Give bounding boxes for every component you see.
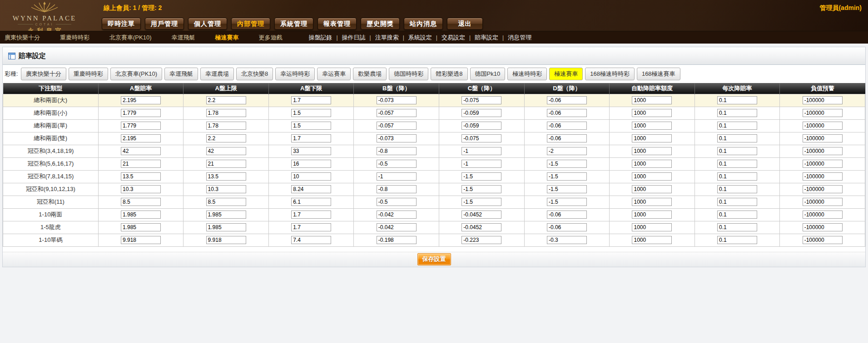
odds-input[interactable] xyxy=(547,198,587,206)
odds-input[interactable] xyxy=(547,109,587,117)
odds-input[interactable] xyxy=(461,185,501,193)
odds-input[interactable] xyxy=(461,198,501,206)
odds-input[interactable] xyxy=(547,223,587,231)
odds-input[interactable] xyxy=(291,198,331,206)
odds-input[interactable] xyxy=(121,211,161,219)
odds-input[interactable] xyxy=(461,160,501,168)
lottery-tab-11[interactable]: 體彩樂透8 xyxy=(431,68,467,80)
odds-input[interactable] xyxy=(717,185,757,193)
lottery-tab-1[interactable]: 廣東快樂十分 xyxy=(21,68,66,80)
odds-input[interactable] xyxy=(803,223,843,231)
odds-input[interactable] xyxy=(121,134,161,142)
odds-input[interactable] xyxy=(206,134,246,142)
odds-input[interactable] xyxy=(121,160,161,168)
odds-input[interactable] xyxy=(547,211,587,219)
odds-input[interactable] xyxy=(121,147,161,155)
odds-input[interactable] xyxy=(461,147,501,155)
odds-input[interactable] xyxy=(206,185,246,193)
nav-button-1[interactable]: 即時注單 xyxy=(102,18,141,30)
odds-input[interactable] xyxy=(377,185,417,193)
odds-input[interactable] xyxy=(291,236,331,244)
odds-input[interactable] xyxy=(632,134,672,142)
nav-button-3[interactable]: 個人管理 xyxy=(188,18,227,30)
lottery-tab-7[interactable]: 幸运時時彩 xyxy=(275,68,315,80)
odds-input[interactable] xyxy=(803,236,843,244)
odds-input[interactable] xyxy=(206,211,246,219)
odds-input[interactable] xyxy=(717,236,757,244)
lottery-tab-12[interactable]: 德国Pk10 xyxy=(470,68,506,80)
odds-input[interactable] xyxy=(377,236,417,244)
odds-input[interactable] xyxy=(461,134,501,142)
odds-input[interactable] xyxy=(717,96,757,104)
game-link-4[interactable]: 幸運飛艇 xyxy=(171,34,195,42)
game-link-3[interactable]: 北京賽車(PK10) xyxy=(109,34,151,42)
game-link-5[interactable]: 極速賽車 xyxy=(215,34,238,42)
odds-input[interactable] xyxy=(717,223,757,231)
admin-link-7[interactable]: 消息管理 xyxy=(508,34,531,42)
odds-input[interactable] xyxy=(291,134,331,142)
odds-input[interactable] xyxy=(461,211,501,219)
lottery-tab-3[interactable]: 北京賽車(PK10) xyxy=(110,68,162,80)
odds-input[interactable] xyxy=(717,122,757,130)
odds-input[interactable] xyxy=(547,96,587,104)
lottery-tab-4[interactable]: 幸運飛艇 xyxy=(164,68,198,80)
nav-button-2[interactable]: 用戶管理 xyxy=(145,18,184,30)
odds-input[interactable] xyxy=(291,223,331,231)
admin-link-3[interactable]: 注單搜索 xyxy=(375,34,399,42)
lottery-tab-9[interactable]: 歡樂農場 xyxy=(353,68,387,80)
odds-input[interactable] xyxy=(121,223,161,231)
odds-input[interactable] xyxy=(291,96,331,104)
odds-input[interactable] xyxy=(803,160,843,168)
odds-input[interactable] xyxy=(803,211,843,219)
odds-input[interactable] xyxy=(377,172,417,181)
nav-button-9[interactable]: 退出 xyxy=(447,18,483,30)
odds-input[interactable] xyxy=(291,109,331,117)
lottery-tab-13[interactable]: 極速時時彩 xyxy=(507,68,547,80)
odds-input[interactable] xyxy=(632,223,672,231)
nav-button-6[interactable]: 報表管理 xyxy=(317,18,357,30)
odds-input[interactable] xyxy=(632,96,672,104)
odds-input[interactable] xyxy=(547,172,587,181)
odds-input[interactable] xyxy=(377,109,417,117)
odds-input[interactable] xyxy=(461,96,501,104)
odds-input[interactable] xyxy=(632,109,672,117)
odds-input[interactable] xyxy=(206,122,246,130)
odds-input[interactable] xyxy=(121,198,161,206)
lottery-tab-2[interactable]: 重慶時時彩 xyxy=(69,68,108,80)
game-link-2[interactable]: 重慶時時彩 xyxy=(60,34,89,42)
odds-input[interactable] xyxy=(291,122,331,130)
odds-input[interactable] xyxy=(377,96,417,104)
odds-input[interactable] xyxy=(547,236,587,244)
odds-input[interactable] xyxy=(206,109,246,117)
odds-input[interactable] xyxy=(461,236,501,244)
odds-input[interactable] xyxy=(717,109,757,117)
odds-input[interactable] xyxy=(803,109,843,117)
odds-input[interactable] xyxy=(803,96,843,104)
odds-input[interactable] xyxy=(291,185,331,193)
odds-input[interactable] xyxy=(547,122,587,130)
odds-input[interactable] xyxy=(377,198,417,206)
admin-link-6[interactable]: 賠率設定 xyxy=(475,34,498,42)
odds-input[interactable] xyxy=(121,236,161,244)
odds-input[interactable] xyxy=(717,160,757,168)
odds-input[interactable] xyxy=(547,160,587,168)
odds-input[interactable] xyxy=(717,147,757,155)
lottery-tab-16[interactable]: 168極速賽車 xyxy=(637,68,680,80)
odds-input[interactable] xyxy=(632,198,672,206)
odds-input[interactable] xyxy=(377,223,417,231)
nav-button-7[interactable]: 歷史開獎 xyxy=(361,18,400,30)
odds-input[interactable] xyxy=(377,147,417,155)
odds-input[interactable] xyxy=(291,160,331,168)
odds-input[interactable] xyxy=(803,134,843,142)
odds-input[interactable] xyxy=(632,147,672,155)
lottery-tab-15[interactable]: 168極速時時彩 xyxy=(585,68,635,80)
odds-input[interactable] xyxy=(377,211,417,219)
odds-input[interactable] xyxy=(717,134,757,142)
odds-input[interactable] xyxy=(206,223,246,231)
odds-input[interactable] xyxy=(461,172,501,181)
odds-input[interactable] xyxy=(803,122,843,130)
odds-input[interactable] xyxy=(291,211,331,219)
odds-input[interactable] xyxy=(121,109,161,117)
odds-input[interactable] xyxy=(717,211,757,219)
odds-input[interactable] xyxy=(461,223,501,231)
